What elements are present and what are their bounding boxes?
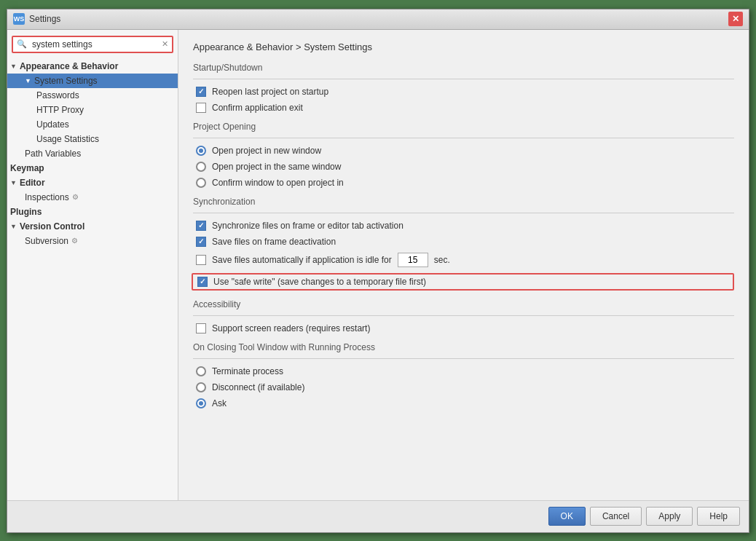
- help-button[interactable]: Help: [697, 507, 740, 526]
- confirm-exit-checkbox[interactable]: [196, 103, 206, 113]
- sync-files-label: Synchronize files on frame or editor tab…: [212, 221, 403, 231]
- disconnect-row: Disconnect (if available): [193, 382, 734, 392]
- save-deactivation-row: Save files on frame deactivation: [193, 237, 734, 247]
- sidebar-item-plugins[interactable]: Plugins: [7, 205, 178, 219]
- ask-radio[interactable]: [196, 398, 206, 408]
- keymap-label: Keymap: [10, 163, 44, 173]
- screen-readers-checkbox[interactable]: [196, 323, 206, 333]
- safe-write-checkbox[interactable]: [197, 277, 208, 287]
- open-same-window-radio[interactable]: [196, 162, 206, 172]
- confirm-exit-row: Confirm application exit: [193, 103, 734, 113]
- search-box: 🔍 ✕: [12, 36, 173, 53]
- confirm-open-row: Confirm window to open project in: [193, 178, 734, 188]
- save-idle-row: Save files automatically if application …: [193, 253, 734, 267]
- system-settings-label: System Settings: [34, 76, 98, 86]
- plugins-label: Plugins: [10, 207, 42, 217]
- terminate-radio[interactable]: [196, 366, 206, 376]
- screen-readers-row: Support screen readers (requires restart…: [193, 323, 734, 333]
- sync-divider: [193, 213, 734, 213]
- save-deactivation-checkbox[interactable]: [196, 237, 206, 247]
- version-control-label: Version Control: [20, 221, 84, 232]
- sidebar-item-subversion[interactable]: Subversion ⚙: [7, 234, 178, 248]
- idle-seconds-input[interactable]: [398, 253, 428, 267]
- search-icon: 🔍: [13, 37, 31, 51]
- collapse-icon-vc: ▼: [10, 223, 17, 230]
- startup-divider: [193, 79, 734, 79]
- main-content: 🔍 ✕ ▼ Appearance & Behavior ▼ System Set…: [7, 30, 749, 500]
- ok-button[interactable]: OK: [548, 507, 586, 526]
- cancel-button[interactable]: Cancel: [590, 507, 642, 526]
- disconnect-label: Disconnect (if available): [212, 382, 304, 392]
- editor-label: Editor: [20, 178, 45, 188]
- confirm-open-label: Confirm window to open project in: [212, 178, 344, 188]
- save-idle-label: Save files automatically if application …: [212, 255, 392, 265]
- usage-statistics-label: Usage Statistics: [36, 134, 99, 144]
- open-new-window-label: Open project in new window: [212, 146, 321, 156]
- reopen-project-label: Reopen last project on startup: [212, 87, 328, 97]
- open-new-window-row: Open project in new window: [193, 146, 734, 156]
- sidebar-item-editor[interactable]: ▼ Editor: [7, 175, 178, 190]
- terminate-label: Terminate process: [212, 366, 283, 376]
- inspections-label: Inspections: [25, 192, 69, 202]
- sidebar-item-passwords[interactable]: Passwords: [7, 88, 178, 103]
- open-new-window-radio[interactable]: [196, 146, 206, 156]
- terminate-row: Terminate process: [193, 366, 734, 376]
- screen-readers-label: Support screen readers (requires restart…: [212, 323, 370, 333]
- sec-label: sec.: [434, 255, 450, 265]
- bottom-bar: OK Cancel Apply Help: [7, 500, 749, 532]
- closing-divider: [193, 358, 734, 359]
- reopen-project-checkbox[interactable]: [196, 87, 206, 97]
- accessibility-section-label: Accessibility: [193, 299, 734, 309]
- breadcrumb: Appearance & Behavior > System Settings: [193, 42, 734, 52]
- sidebar-item-path-variables[interactable]: Path Variables: [7, 146, 178, 161]
- path-variables-label: Path Variables: [25, 149, 81, 159]
- app-icon: WS: [13, 13, 25, 25]
- passwords-label: Passwords: [36, 90, 79, 100]
- sidebar-item-inspections[interactable]: Inspections ⚙: [7, 190, 178, 205]
- window-title: Settings: [29, 14, 60, 24]
- ask-label: Ask: [212, 398, 227, 408]
- safe-write-row: Use "safe write" (save changes to a temp…: [192, 273, 734, 291]
- accessibility-divider: [193, 315, 734, 316]
- sync-section-label: Synchronization: [193, 197, 734, 207]
- sidebar: 🔍 ✕ ▼ Appearance & Behavior ▼ System Set…: [7, 30, 178, 500]
- startup-section-label: Startup/Shutdown: [193, 63, 734, 73]
- reopen-project-row: Reopen last project on startup: [193, 87, 734, 97]
- open-same-window-row: Open project in the same window: [193, 162, 734, 172]
- collapse-icon: ▼: [10, 63, 17, 70]
- safe-write-label: Use "safe write" (save changes to a temp…: [213, 277, 426, 287]
- sidebar-item-keymap[interactable]: Keymap: [7, 161, 178, 175]
- updates-label: Updates: [36, 119, 69, 130]
- sidebar-item-updates[interactable]: Updates: [7, 117, 178, 132]
- closing-section-label: On Closing Tool Window with Running Proc…: [193, 342, 734, 352]
- sidebar-item-usage-statistics[interactable]: Usage Statistics: [7, 132, 178, 146]
- collapse-icon-editor: ▼: [10, 179, 17, 186]
- apply-button[interactable]: Apply: [646, 507, 693, 526]
- confirm-open-radio[interactable]: [196, 178, 206, 188]
- open-same-window-label: Open project in the same window: [212, 162, 341, 172]
- save-idle-checkbox[interactable]: [196, 255, 206, 265]
- main-panel: Appearance & Behavior > System Settings …: [178, 30, 749, 500]
- close-button[interactable]: ✕: [728, 12, 743, 26]
- project-opening-divider: [193, 138, 734, 138]
- appearance-behavior-label: Appearance & Behavior: [20, 61, 118, 71]
- settings-window: WS Settings ✕ 🔍 ✕ ▼ Appearance & Behavio…: [7, 9, 749, 533]
- sidebar-item-appearance-behavior[interactable]: ▼ Appearance & Behavior: [7, 59, 178, 74]
- subversion-label: Subversion: [25, 236, 68, 246]
- title-bar-left: WS Settings: [13, 13, 60, 25]
- gear-icon-subversion: ⚙: [71, 237, 78, 245]
- http-proxy-label: HTTP Proxy: [36, 105, 84, 115]
- search-clear-icon[interactable]: ✕: [158, 37, 172, 51]
- sync-files-checkbox[interactable]: [196, 221, 206, 231]
- sidebar-item-http-proxy[interactable]: HTTP Proxy: [7, 103, 178, 117]
- save-deactivation-label: Save files on frame deactivation: [212, 237, 336, 247]
- project-opening-section-label: Project Opening: [193, 122, 734, 132]
- ask-row: Ask: [193, 398, 734, 408]
- confirm-exit-label: Confirm application exit: [212, 103, 303, 113]
- search-input[interactable]: [31, 37, 158, 52]
- sidebar-item-system-settings[interactable]: ▼ System Settings: [7, 74, 178, 88]
- disconnect-radio[interactable]: [196, 382, 206, 392]
- title-bar: WS Settings ✕: [7, 9, 749, 30]
- sidebar-item-version-control[interactable]: ▼ Version Control: [7, 219, 178, 234]
- collapse-icon-system: ▼: [25, 77, 31, 84]
